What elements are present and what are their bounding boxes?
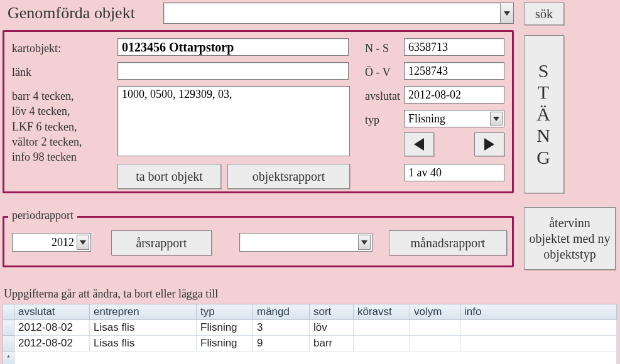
- close-button[interactable]: STÄNG: [524, 35, 564, 193]
- object-details-frame: kartobjekt: länk barr 4 tecken, löv 4 te…: [3, 30, 514, 193]
- cell-sort[interactable]: löv: [310, 320, 354, 336]
- dropdown-arrow-icon[interactable]: [500, 3, 513, 23]
- cell-info[interactable]: [460, 320, 617, 336]
- delete-object-button[interactable]: ta bort objekt: [117, 164, 221, 189]
- ns-label: N - S: [365, 42, 389, 55]
- cell-koravst[interactable]: [354, 320, 410, 336]
- cell-mangd[interactable]: 3: [253, 320, 310, 336]
- periodrapport-legend: periodrapport: [8, 209, 77, 222]
- kartobjekt-input[interactable]: [117, 38, 349, 56]
- top-object-select-input[interactable]: [164, 3, 500, 23]
- dropdown-arrow-icon[interactable]: [358, 235, 371, 250]
- cell-info[interactable]: [460, 336, 617, 351]
- col-info[interactable]: info: [460, 304, 617, 320]
- search-button[interactable]: sök: [524, 3, 564, 25]
- cell-avslutat[interactable]: 2012-08-02: [14, 336, 90, 351]
- next-object-button[interactable]: [474, 132, 504, 156]
- table-corner: [3, 304, 14, 320]
- table-row[interactable]: 2012-08-02 Lisas flis Flisning 3 löv: [3, 320, 617, 336]
- month-select[interactable]: [239, 233, 373, 252]
- typ-select-value: Flisning: [408, 112, 445, 126]
- desc-textarea[interactable]: 1000, 0500, 129309, 03,: [117, 86, 350, 156]
- cell-mangd[interactable]: 9: [253, 336, 310, 351]
- cell-typ[interactable]: Flisning: [197, 336, 253, 351]
- row-selector[interactable]: [3, 320, 14, 336]
- col-mangd[interactable]: mängd: [253, 304, 310, 320]
- col-avslutat[interactable]: avslutat: [14, 304, 90, 320]
- year-report-button[interactable]: årsrapport: [111, 230, 212, 255]
- new-row-cells[interactable]: [14, 351, 617, 365]
- table-new-row[interactable]: *: [3, 351, 617, 365]
- recycle-object-button[interactable]: återvinn objektet med ny objektstyp: [524, 207, 616, 270]
- col-sort[interactable]: sort: [310, 304, 354, 320]
- col-entrepren[interactable]: entrepren: [90, 304, 197, 320]
- ns-input[interactable]: [404, 38, 504, 56]
- ov-input[interactable]: [404, 62, 504, 80]
- prev-object-button[interactable]: [404, 132, 434, 156]
- ov-label: Ö - V: [365, 66, 391, 79]
- cell-volym[interactable]: [410, 336, 460, 351]
- triangle-left-icon: [414, 138, 424, 151]
- col-typ[interactable]: typ: [197, 304, 253, 320]
- dropdown-arrow-icon[interactable]: [77, 235, 89, 250]
- cell-koravst[interactable]: [354, 336, 410, 351]
- col-volym[interactable]: volym: [410, 304, 460, 320]
- kartobjekt-label: kartobjekt:: [12, 42, 61, 55]
- cell-sort[interactable]: barr: [310, 336, 354, 351]
- page-title: Genomförda objekt: [8, 4, 158, 23]
- desc-label: barr 4 tecken, löv 4 tecken, LKF 6 tecke…: [12, 88, 112, 164]
- table-instructions: Uppgifterna går att ändra, ta bort eller…: [4, 287, 218, 301]
- cell-entrepren[interactable]: Lisas flis: [90, 320, 197, 336]
- avslutat-input[interactable]: [404, 86, 504, 104]
- col-koravst[interactable]: köravst: [354, 304, 410, 320]
- year-select-value: 2012: [52, 236, 74, 249]
- cell-avslutat[interactable]: 2012-08-02: [14, 320, 90, 336]
- typ-label: typ: [365, 114, 379, 127]
- cell-volym[interactable]: [410, 320, 460, 336]
- period-report-frame: periodrapport 2012 årsrapport månadsrapp…: [3, 216, 514, 267]
- cell-typ[interactable]: Flisning: [197, 320, 253, 336]
- pager-input[interactable]: [404, 164, 504, 181]
- entries-table[interactable]: avslutat entrepren typ mängd sort köravs…: [3, 304, 617, 364]
- dropdown-arrow-icon[interactable]: [490, 112, 503, 126]
- row-selector[interactable]: [3, 336, 14, 351]
- typ-select[interactable]: Flisning: [404, 110, 504, 127]
- object-report-button[interactable]: objektsrapport: [227, 164, 350, 189]
- triangle-right-icon: [484, 138, 494, 151]
- table-header-row: avslutat entrepren typ mängd sort köravs…: [3, 304, 617, 320]
- close-button-label: STÄNG: [536, 60, 552, 169]
- top-object-select[interactable]: [163, 3, 514, 24]
- month-report-button[interactable]: månadsrapport: [389, 230, 507, 255]
- cell-entrepren[interactable]: Lisas flis: [90, 336, 197, 351]
- avslutat-label: avslutat: [365, 90, 400, 103]
- lank-input[interactable]: [117, 62, 349, 80]
- lank-label: länk: [12, 66, 31, 79]
- table-row[interactable]: 2012-08-02 Lisas flis Flisning 9 barr: [3, 336, 617, 351]
- year-select[interactable]: 2012: [12, 233, 91, 252]
- new-row-indicator[interactable]: *: [3, 351, 14, 365]
